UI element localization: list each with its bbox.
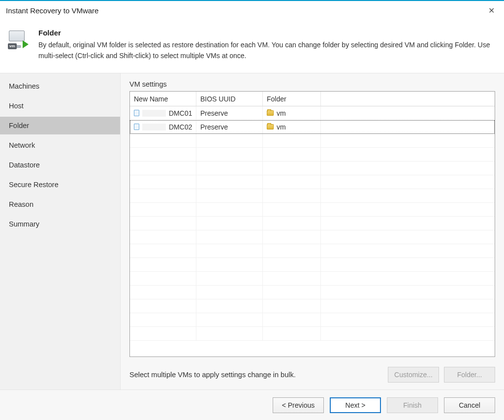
main-panel: VM settings New Name BIOS UUID Folder DM… (121, 73, 504, 389)
vm-settings-grid[interactable]: New Name BIOS UUID Folder DMC01 Preserve (129, 91, 495, 357)
sidebar-item-folder[interactable]: Folder (0, 117, 120, 134)
sidebar-item-label: Network (9, 141, 35, 149)
customize-button: Customize... (388, 367, 439, 383)
titlebar: Instant Recovery to VMware ✕ (0, 1, 504, 20)
wizard-footer: < Previous Next > Finish Cancel (0, 389, 504, 420)
sidebar-item-host[interactable]: Host (0, 97, 120, 115)
cell-bios-uuid: Preserve (196, 120, 263, 133)
sidebar-item-label: Summary (9, 220, 39, 228)
wizard-header: vm Folder By default, original VM folder… (0, 20, 504, 73)
close-icon[interactable]: ✕ (485, 4, 497, 16)
header-text-block: Folder By default, original VM folder is… (38, 29, 496, 61)
table-row[interactable]: DMC01 Preserve vm (130, 106, 495, 120)
cell-folder: vm (263, 106, 321, 120)
header-title: Folder (38, 29, 496, 37)
folder-button: Folder... (444, 367, 495, 383)
sidebar-item-label: Datastore (9, 161, 40, 169)
vm-name-redacted (142, 124, 166, 130)
column-header-bios-uuid[interactable]: BIOS UUID (196, 92, 263, 106)
cell-new-name: DMC02 (130, 120, 196, 133)
cell-spacer (321, 106, 495, 120)
vm-name-redacted (142, 110, 166, 117)
sidebar-item-machines[interactable]: Machines (0, 77, 120, 95)
column-header-new-name[interactable]: New Name (130, 92, 196, 106)
sidebar-item-reason[interactable]: Reason (0, 195, 120, 213)
folder-icon (267, 110, 274, 116)
folder-name: vm (277, 123, 286, 131)
grid-body: DMC01 Preserve vm DMC02 (130, 106, 495, 356)
sidebar-item-label: Folder (9, 122, 29, 129)
column-header-spacer (321, 92, 495, 106)
grid-header: New Name BIOS UUID Folder (130, 92, 495, 106)
folder-icon (267, 124, 274, 129)
vm-icon (134, 110, 139, 116)
sidebar-item-label: Machines (9, 82, 39, 90)
sidebar-item-secure-restore[interactable]: Secure Restore (0, 176, 120, 194)
wizard-window: Instant Recovery to VMware ✕ vm Folder B… (0, 0, 504, 420)
sidebar-item-summary[interactable]: Summary (0, 215, 120, 233)
vm-name-suffix: DMC01 (169, 109, 192, 117)
sidebar-item-label: Reason (9, 200, 33, 208)
table-row[interactable]: DMC02 Preserve vm (130, 120, 495, 134)
cell-new-name: DMC01 (130, 106, 196, 120)
next-button[interactable]: Next > (330, 397, 381, 413)
vm-name-suffix: DMC02 (169, 123, 192, 131)
sidebar-item-label: Secure Restore (9, 181, 59, 189)
grid-action-buttons: Customize... Folder... (388, 367, 495, 383)
header-description: By default, original VM folder is select… (38, 40, 496, 61)
finish-button: Finish (387, 397, 438, 413)
cell-folder: vm (263, 120, 321, 133)
wizard-steps-sidebar: Machines Host Folder Network Datastore S… (0, 73, 121, 389)
sidebar-item-label: Host (9, 102, 24, 110)
wizard-body: Machines Host Folder Network Datastore S… (0, 73, 504, 389)
previous-button[interactable]: < Previous (273, 397, 324, 413)
cell-spacer (321, 120, 495, 133)
column-header-folder[interactable]: Folder (263, 92, 321, 106)
vm-restore-icon: vm (8, 30, 30, 51)
folder-name: vm (277, 109, 286, 117)
empty-rows (130, 134, 495, 341)
vm-icon (134, 124, 139, 130)
below-grid-bar: Select multiple VMs to apply settings ch… (129, 367, 495, 383)
hint-text: Select multiple VMs to apply settings ch… (129, 371, 296, 379)
cell-bios-uuid: Preserve (196, 106, 263, 120)
window-title: Instant Recovery to VMware (6, 6, 98, 15)
section-label: VM settings (129, 80, 495, 88)
cancel-button[interactable]: Cancel (444, 397, 495, 413)
sidebar-item-datastore[interactable]: Datastore (0, 156, 120, 174)
sidebar-item-network[interactable]: Network (0, 136, 120, 154)
